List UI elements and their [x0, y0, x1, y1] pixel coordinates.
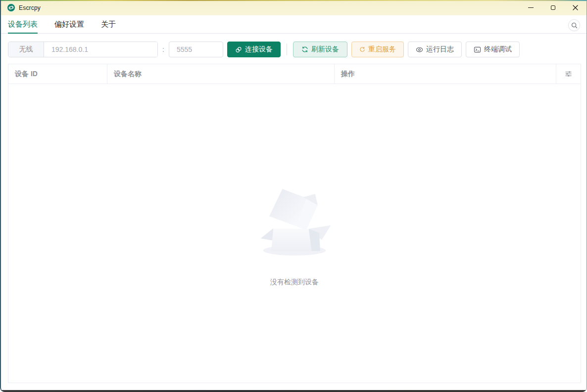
connection-toolbar: 无线 : 连接设备 刷新设备: [8, 42, 580, 57]
refresh-devices-label: 刷新设备: [311, 45, 339, 54]
column-filter-icon: [565, 70, 572, 78]
connect-device-label: 连接设备: [245, 45, 273, 54]
toolbar-divider: [287, 44, 287, 55]
escrcpy-window: Escrcpy 设备列表 偏好设置 关于 无线 :: [0, 0, 587, 392]
device-table: 设备 ID 设备名称 操作: [8, 64, 581, 383]
restart-service-button[interactable]: 重启服务: [351, 42, 404, 57]
refresh-icon: [301, 46, 308, 53]
port-input[interactable]: [169, 42, 223, 57]
restart-icon: [359, 46, 365, 53]
run-logs-button[interactable]: 运行日志: [408, 42, 462, 57]
empty-box-illustration: [254, 180, 335, 258]
column-device-name: 设备名称: [107, 64, 335, 84]
maximize-button[interactable]: [542, 0, 564, 15]
minimize-icon: [528, 7, 534, 8]
wireless-address-group: 无线: [8, 42, 158, 57]
ip-address-input[interactable]: [44, 42, 157, 57]
titlebar[interactable]: Escrcpy: [1, 0, 587, 15]
column-device-id: 设备 ID: [8, 64, 107, 84]
refresh-devices-button[interactable]: 刷新设备: [293, 42, 347, 57]
search-button[interactable]: [568, 19, 580, 31]
search-icon: [571, 22, 578, 29]
connect-device-button[interactable]: 连接设备: [227, 42, 281, 57]
port-separator: :: [162, 45, 164, 53]
device-table-body: 没有检测到设备: [8, 84, 581, 383]
eye-icon: [416, 46, 423, 53]
wireless-label[interactable]: 无线: [8, 42, 44, 57]
minimize-button[interactable]: [520, 0, 542, 15]
maximize-icon: [551, 5, 555, 10]
close-icon: [573, 5, 578, 10]
device-table-header: 设备 ID 设备名称 操作: [8, 64, 581, 84]
tab-about[interactable]: 关于: [101, 15, 116, 34]
empty-state-text: 没有检测到设备: [270, 278, 319, 287]
window-top-edge: [1, 0, 587, 1]
window-controls: [520, 0, 587, 15]
window-title: Escrcpy: [19, 4, 41, 11]
restart-service-label: 重启服务: [368, 45, 396, 54]
terminal-debug-label: 终端调试: [484, 45, 512, 54]
tab-preferences[interactable]: 偏好设置: [54, 15, 84, 34]
tab-device-list[interactable]: 设备列表: [8, 15, 38, 34]
terminal-icon: [474, 46, 481, 53]
terminal-debug-button[interactable]: 终端调试: [466, 42, 520, 57]
tabbar: 设备列表 偏好设置 关于: [1, 15, 587, 34]
app-logo-icon: [7, 3, 15, 12]
close-button[interactable]: [564, 0, 587, 15]
run-logs-label: 运行日志: [426, 45, 454, 54]
window-bottom-edge: [1, 390, 587, 392]
column-operations: 操作: [335, 64, 556, 84]
link-icon: [235, 46, 242, 53]
column-settings-cell[interactable]: [556, 64, 581, 84]
